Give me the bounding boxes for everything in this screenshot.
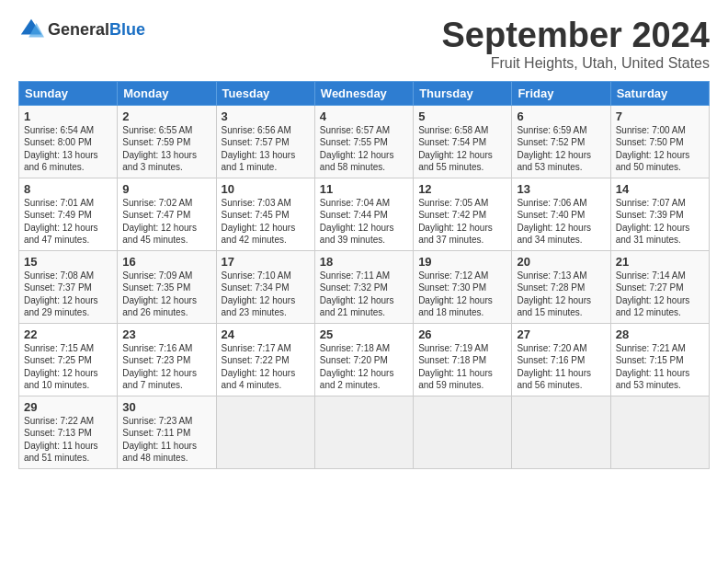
day-number: 24 bbox=[222, 327, 310, 341]
cell-details: Sunrise: 6:56 AMSunset: 7:57 PMDaylight:… bbox=[222, 124, 310, 174]
calendar-cell: 13Sunrise: 7:06 AMSunset: 7:40 PMDayligh… bbox=[512, 178, 610, 250]
day-number: 8 bbox=[24, 182, 112, 196]
logo: GeneralBlue bbox=[18, 17, 145, 42]
day-number: 15 bbox=[24, 255, 112, 269]
cell-details: Sunrise: 7:17 AMSunset: 7:22 PMDaylight:… bbox=[222, 342, 310, 392]
day-number: 13 bbox=[517, 182, 605, 196]
day-number: 3 bbox=[222, 109, 310, 123]
cell-details: Sunrise: 6:57 AMSunset: 7:55 PMDaylight:… bbox=[320, 124, 408, 174]
day-number: 9 bbox=[122, 182, 210, 196]
cell-details: Sunrise: 7:05 AMSunset: 7:42 PMDaylight:… bbox=[418, 197, 506, 247]
calendar-cell: 26Sunrise: 7:19 AMSunset: 7:18 PMDayligh… bbox=[414, 323, 512, 396]
day-number: 11 bbox=[320, 182, 408, 196]
calendar-cell: 25Sunrise: 7:18 AMSunset: 7:20 PMDayligh… bbox=[314, 323, 413, 396]
cell-details: Sunrise: 7:23 AMSunset: 7:11 PMDaylight:… bbox=[122, 415, 210, 465]
cell-details: Sunrise: 7:06 AMSunset: 7:40 PMDaylight:… bbox=[517, 197, 605, 247]
cell-details: Sunrise: 7:03 AMSunset: 7:45 PMDaylight:… bbox=[222, 197, 310, 247]
cell-details: Sunrise: 7:15 AMSunset: 7:25 PMDaylight:… bbox=[24, 342, 112, 392]
calendar-row-3: 15Sunrise: 7:08 AMSunset: 7:37 PMDayligh… bbox=[19, 250, 710, 323]
cell-details: Sunrise: 7:18 AMSunset: 7:20 PMDaylight:… bbox=[320, 342, 408, 392]
calendar-cell: 27Sunrise: 7:20 AMSunset: 7:16 PMDayligh… bbox=[512, 323, 610, 396]
day-number: 7 bbox=[616, 109, 704, 123]
location-title: Fruit Heights, Utah, United States bbox=[442, 55, 711, 72]
calendar-cell: 8Sunrise: 7:01 AMSunset: 7:49 PMDaylight… bbox=[19, 178, 118, 250]
calendar-cell bbox=[314, 396, 413, 468]
calendar-cell: 22Sunrise: 7:15 AMSunset: 7:25 PMDayligh… bbox=[19, 323, 118, 396]
calendar-cell: 23Sunrise: 7:16 AMSunset: 7:23 PMDayligh… bbox=[118, 323, 216, 396]
cell-details: Sunrise: 7:20 AMSunset: 7:16 PMDaylight:… bbox=[517, 342, 605, 392]
calendar-cell: 3Sunrise: 6:56 AMSunset: 7:57 PMDaylight… bbox=[216, 105, 314, 178]
calendar-cell bbox=[414, 396, 512, 468]
calendar-table: SundayMondayTuesdayWednesdayThursdayFrid… bbox=[18, 81, 710, 469]
calendar-cell: 11Sunrise: 7:04 AMSunset: 7:44 PMDayligh… bbox=[314, 178, 413, 250]
cell-details: Sunrise: 7:11 AMSunset: 7:32 PMDaylight:… bbox=[320, 270, 408, 319]
calendar-row-5: 29Sunrise: 7:22 AMSunset: 7:13 PMDayligh… bbox=[19, 396, 710, 468]
cell-details: Sunrise: 7:10 AMSunset: 7:34 PMDaylight:… bbox=[222, 270, 310, 319]
logo-text-general: General bbox=[48, 20, 109, 39]
logo-text-blue: Blue bbox=[109, 20, 145, 39]
cell-details: Sunrise: 6:58 AMSunset: 7:54 PMDaylight:… bbox=[418, 124, 506, 174]
calendar-cell: 20Sunrise: 7:13 AMSunset: 7:28 PMDayligh… bbox=[512, 250, 610, 323]
cell-details: Sunrise: 7:16 AMSunset: 7:23 PMDaylight:… bbox=[122, 342, 210, 392]
logo-icon bbox=[18, 17, 44, 42]
cell-details: Sunrise: 7:14 AMSunset: 7:27 PMDaylight:… bbox=[616, 270, 704, 319]
cell-details: Sunrise: 7:19 AMSunset: 7:18 PMDaylight:… bbox=[418, 342, 506, 392]
calendar-header-wednesday: Wednesday bbox=[314, 81, 413, 105]
calendar-cell: 2Sunrise: 6:55 AMSunset: 7:59 PMDaylight… bbox=[118, 105, 216, 178]
calendar-row-4: 22Sunrise: 7:15 AMSunset: 7:25 PMDayligh… bbox=[19, 323, 710, 396]
calendar-cell: 30Sunrise: 7:23 AMSunset: 7:11 PMDayligh… bbox=[118, 396, 216, 468]
cell-details: Sunrise: 7:08 AMSunset: 7:37 PMDaylight:… bbox=[24, 270, 112, 319]
calendar-cell: 12Sunrise: 7:05 AMSunset: 7:42 PMDayligh… bbox=[414, 178, 512, 250]
calendar-cell: 21Sunrise: 7:14 AMSunset: 7:27 PMDayligh… bbox=[610, 250, 709, 323]
day-number: 5 bbox=[418, 109, 506, 123]
calendar-cell: 28Sunrise: 7:21 AMSunset: 7:15 PMDayligh… bbox=[610, 323, 709, 396]
calendar-cell: 14Sunrise: 7:07 AMSunset: 7:39 PMDayligh… bbox=[610, 178, 709, 250]
calendar-cell: 29Sunrise: 7:22 AMSunset: 7:13 PMDayligh… bbox=[19, 396, 118, 468]
calendar-cell bbox=[512, 396, 610, 468]
calendar-header-thursday: Thursday bbox=[414, 81, 512, 105]
day-number: 20 bbox=[517, 255, 605, 269]
cell-details: Sunrise: 7:09 AMSunset: 7:35 PMDaylight:… bbox=[122, 270, 210, 319]
month-title: September 2024 bbox=[442, 17, 711, 55]
cell-details: Sunrise: 7:04 AMSunset: 7:44 PMDaylight:… bbox=[320, 197, 408, 247]
calendar-cell: 17Sunrise: 7:10 AMSunset: 7:34 PMDayligh… bbox=[216, 250, 314, 323]
day-number: 4 bbox=[320, 109, 408, 123]
cell-details: Sunrise: 6:55 AMSunset: 7:59 PMDaylight:… bbox=[122, 124, 210, 174]
day-number: 12 bbox=[418, 182, 506, 196]
calendar-cell: 15Sunrise: 7:08 AMSunset: 7:37 PMDayligh… bbox=[19, 250, 118, 323]
cell-details: Sunrise: 6:59 AMSunset: 7:52 PMDaylight:… bbox=[517, 124, 605, 174]
day-number: 2 bbox=[122, 109, 210, 123]
cell-details: Sunrise: 7:13 AMSunset: 7:28 PMDaylight:… bbox=[517, 270, 605, 319]
day-number: 21 bbox=[616, 255, 704, 269]
calendar-row-2: 8Sunrise: 7:01 AMSunset: 7:49 PMDaylight… bbox=[19, 178, 710, 250]
day-number: 27 bbox=[517, 327, 605, 341]
day-number: 19 bbox=[418, 255, 506, 269]
calendar-cell: 4Sunrise: 6:57 AMSunset: 7:55 PMDaylight… bbox=[314, 105, 413, 178]
calendar-cell: 24Sunrise: 7:17 AMSunset: 7:22 PMDayligh… bbox=[216, 323, 314, 396]
calendar-header-friday: Friday bbox=[512, 81, 610, 105]
day-number: 17 bbox=[222, 255, 310, 269]
calendar-cell: 7Sunrise: 7:00 AMSunset: 7:50 PMDaylight… bbox=[610, 105, 709, 178]
calendar-header-row: SundayMondayTuesdayWednesdayThursdayFrid… bbox=[19, 81, 710, 105]
calendar-header-sunday: Sunday bbox=[19, 81, 118, 105]
calendar-header-saturday: Saturday bbox=[610, 81, 709, 105]
header: GeneralBlue September 2024 Fruit Heights… bbox=[18, 17, 710, 72]
day-number: 1 bbox=[24, 109, 112, 123]
calendar-header-tuesday: Tuesday bbox=[216, 81, 314, 105]
day-number: 6 bbox=[517, 109, 605, 123]
cell-details: Sunrise: 7:21 AMSunset: 7:15 PMDaylight:… bbox=[616, 342, 704, 392]
day-number: 28 bbox=[616, 327, 704, 341]
day-number: 10 bbox=[222, 182, 310, 196]
calendar-row-1: 1Sunrise: 6:54 AMSunset: 8:00 PMDaylight… bbox=[19, 105, 710, 178]
cell-details: Sunrise: 6:54 AMSunset: 8:00 PMDaylight:… bbox=[24, 124, 112, 174]
cell-details: Sunrise: 7:02 AMSunset: 7:47 PMDaylight:… bbox=[122, 197, 210, 247]
calendar-cell bbox=[216, 396, 314, 468]
page: GeneralBlue September 2024 Fruit Heights… bbox=[0, 0, 728, 478]
day-number: 23 bbox=[122, 327, 210, 341]
cell-details: Sunrise: 7:12 AMSunset: 7:30 PMDaylight:… bbox=[418, 270, 506, 319]
calendar-cell: 16Sunrise: 7:09 AMSunset: 7:35 PMDayligh… bbox=[118, 250, 216, 323]
day-number: 29 bbox=[24, 400, 112, 414]
calendar-cell: 5Sunrise: 6:58 AMSunset: 7:54 PMDaylight… bbox=[414, 105, 512, 178]
day-number: 25 bbox=[320, 327, 408, 341]
calendar-cell bbox=[610, 396, 709, 468]
